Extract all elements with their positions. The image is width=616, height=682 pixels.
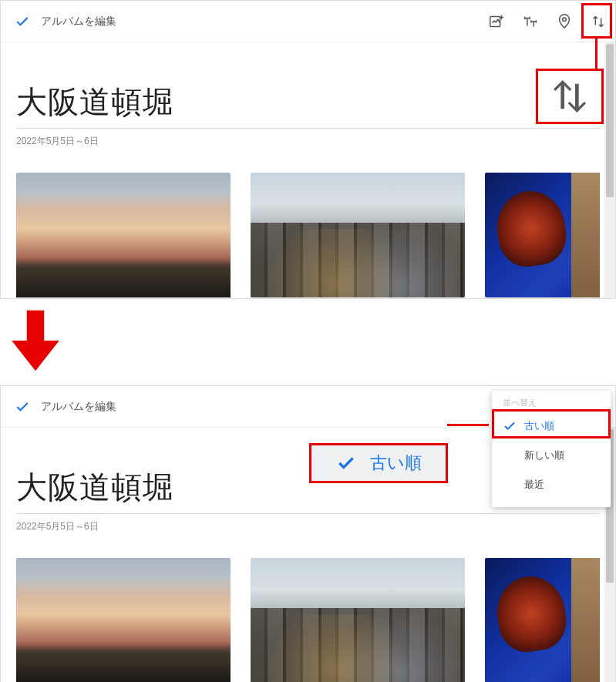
photo-thumbnail[interactable] bbox=[251, 558, 465, 682]
topbar-title: アルバムを編集 bbox=[41, 400, 116, 414]
album-title[interactable]: 大阪道頓堀 bbox=[16, 466, 600, 509]
photo-thumbnail[interactable] bbox=[485, 558, 600, 682]
album-date: 2022年5月5日～6日 bbox=[16, 135, 600, 148]
add-photo-button[interactable] bbox=[487, 12, 506, 31]
text-button[interactable] bbox=[521, 12, 540, 31]
topbar-actions bbox=[487, 12, 608, 31]
album-content: 大阪道頓堀 2022年5月5日～6日 bbox=[1, 446, 615, 682]
sort-button[interactable] bbox=[589, 12, 608, 31]
photo-thumbnail[interactable] bbox=[251, 173, 465, 297]
panel-after: アルバムを編集 並べ替え 古い順 新しい順 最近 古い順 大阪道頓堀 2022年… bbox=[0, 385, 616, 682]
photo-thumbnail[interactable] bbox=[485, 173, 600, 297]
panel-before: アルバムを編集 大阪道頓堀 2022年5月5日～6日 bbox=[0, 0, 616, 299]
topbar: アルバムを編集 bbox=[1, 1, 615, 42]
album-title[interactable]: 大阪道頓堀 bbox=[16, 81, 600, 123]
confirm-icon[interactable] bbox=[15, 14, 30, 29]
svg-point-3 bbox=[563, 17, 567, 21]
photo-thumbnail[interactable] bbox=[16, 173, 231, 297]
confirm-icon[interactable] bbox=[15, 399, 30, 415]
sort-option-oldest[interactable]: 古い順 bbox=[492, 412, 611, 441]
location-button[interactable] bbox=[555, 12, 574, 31]
album-date: 2022年5月5日～6日 bbox=[16, 520, 600, 533]
photo-thumbnail[interactable] bbox=[16, 558, 231, 682]
sort-option-label: 古い順 bbox=[524, 419, 554, 433]
photo-row bbox=[16, 173, 600, 302]
topbar-title: アルバムを編集 bbox=[41, 15, 116, 29]
sort-menu-header: 並べ替え bbox=[492, 391, 611, 412]
album-content: 大阪道頓堀 2022年5月5日～6日 bbox=[1, 61, 615, 302]
annotation-connector-h bbox=[447, 424, 489, 426]
annotation-arrow-down bbox=[0, 308, 71, 373]
photo-row bbox=[16, 558, 600, 682]
